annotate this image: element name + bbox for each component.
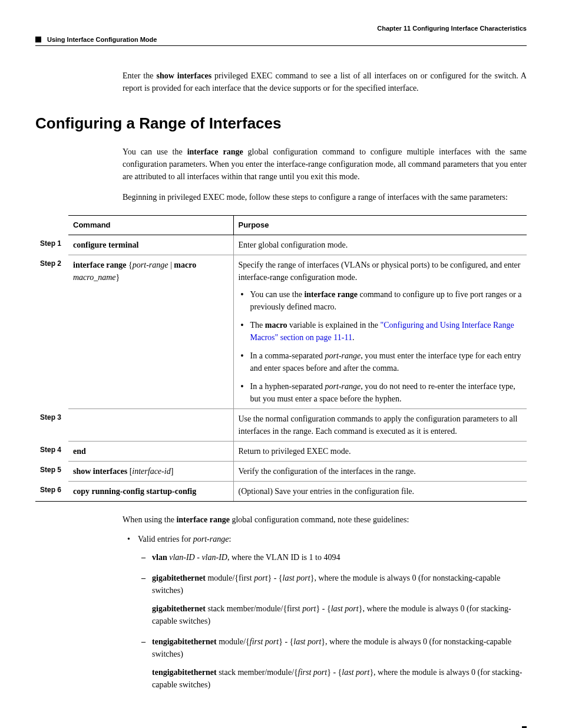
step-label: Step 3 <box>35 409 68 441</box>
intro-paragraph: Enter the show interfaces privileged EXE… <box>123 70 527 94</box>
page-header: Chapter 11 Configuring Interface Charact… <box>35 24 527 34</box>
step-label: Step 5 <box>35 461 68 481</box>
steps-table: Command Purpose Step 1 configure termina… <box>35 215 527 502</box>
th-purpose: Purpose <box>233 216 527 235</box>
table-row: Step 3 Use the normal configuration comm… <box>35 409 527 441</box>
table-row: Step 2 interface range {port-range | mac… <box>35 255 527 409</box>
section-heading: Configuring a Range of Interfaces <box>35 112 527 135</box>
list-item: Valid entries for port-range: vlan vlan-… <box>123 533 527 691</box>
list-item: tengigabitethernet module/{first port} -… <box>138 635 527 691</box>
table-row: Step 4 end Return to privileged EXEC mod… <box>35 441 527 461</box>
section-p2: Beginning in privileged EXEC mode, follo… <box>123 191 527 203</box>
section-p1: You can use the interface range global c… <box>123 146 527 183</box>
table-row: Step 5 show interfaces [interface-id] Ve… <box>35 461 527 481</box>
header-section: Using Interface Configuration Mode <box>47 35 157 45</box>
table-row: Step 1 configure terminal Enter global c… <box>35 235 527 255</box>
header-chapter: Chapter 11 Configuring Interface Charact… <box>377 24 527 34</box>
step-label: Step 6 <box>35 481 68 501</box>
guidelines-block: When using the interface range global co… <box>123 513 527 691</box>
step-label: Step 4 <box>35 441 68 461</box>
list-item: gigabitethernet module/{first port} - {l… <box>138 572 527 627</box>
list-item: vlan vlan-ID - vlan-ID, where the VLAN I… <box>138 551 527 564</box>
footer-square-icon <box>522 726 527 729</box>
table-row: Step 6 copy running-config startup-confi… <box>35 481 527 501</box>
th-command: Command <box>68 216 233 235</box>
step-label: Step 1 <box>35 235 68 255</box>
page-footer: Cisco Catalyst Blade Switch 3130 and 303… <box>35 726 527 729</box>
page-header-left: Using Interface Configuration Mode <box>35 35 527 45</box>
header-square-icon <box>35 37 41 42</box>
step-label: Step 2 <box>35 255 68 409</box>
header-rule <box>35 45 527 46</box>
